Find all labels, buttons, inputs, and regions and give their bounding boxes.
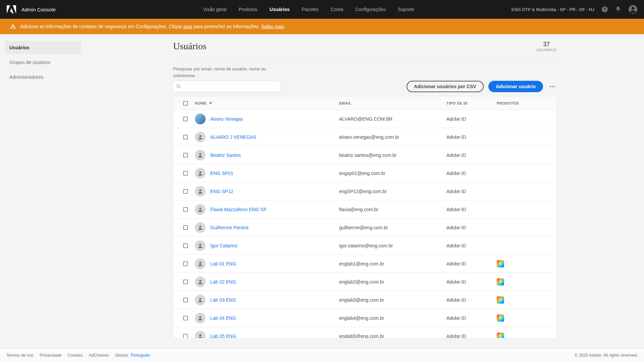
- user-avatar-icon: [195, 331, 206, 338]
- user-name-link[interactable]: ENG SP12: [210, 189, 233, 194]
- user-email: englab4@eng.com.br: [339, 315, 446, 321]
- nav-configura-es[interactable]: Configurações: [355, 7, 385, 12]
- user-avatar-icon: [195, 186, 206, 197]
- footer-link[interactable]: Termos de uso: [6, 353, 34, 358]
- table-row[interactable]: Lab 01 ENGenglab1@eng.com.brAdobe ID⦿: [173, 255, 556, 273]
- footer-links: Termos de usoPrivacidadeCookiesAdChoices: [6, 353, 115, 358]
- user-email: ALVARO@ENG.COM.BR: [339, 116, 446, 122]
- sidebar-item-1[interactable]: Grupos de usuários: [5, 56, 81, 69]
- svg-point-11: [199, 298, 201, 300]
- user-name-link[interactable]: Igor Catarino: [210, 243, 237, 248]
- user-email: englab1@eng.com.br: [339, 261, 446, 266]
- table-body: Alvaro VenegasALVARO@ENG.COM.BRAdobe IDA…: [173, 110, 556, 338]
- app-title: Admin Console: [21, 7, 56, 12]
- table-row[interactable]: Lab 03 ENGenglab3@eng.com.brAdobe ID⦿: [173, 291, 556, 309]
- user-name-link[interactable]: Alvaro Venegas: [210, 116, 243, 122]
- row-checkbox[interactable]: [183, 117, 188, 121]
- nav-pacotes[interactable]: Pacotes: [302, 7, 319, 12]
- add-users-csv-button[interactable]: Adicionar usuários por CSV: [407, 81, 484, 92]
- user-email: englab2@eng.com.br: [339, 279, 446, 285]
- row-checkbox[interactable]: [183, 189, 188, 194]
- svg-point-6: [199, 207, 201, 209]
- nav-suporte[interactable]: Suporte: [398, 7, 414, 12]
- footer-link[interactable]: AdChoices: [89, 353, 109, 358]
- org-switcher[interactable]: ENG DTP & Multimídia - SP - PR - DF - RJ: [512, 7, 594, 12]
- user-name-link[interactable]: Lab 01 ENG: [210, 261, 236, 266]
- footer-link[interactable]: Privacidade: [40, 353, 61, 358]
- row-checkbox[interactable]: [183, 316, 188, 320]
- row-checkbox[interactable]: [183, 135, 188, 139]
- table-row[interactable]: Lab 02 ENGenglab2@eng.com.brAdobe ID⦿: [173, 273, 556, 291]
- table-row[interactable]: Alvaro VenegasALVARO@ENG.COM.BRAdobe ID: [173, 110, 556, 128]
- table-row[interactable]: Beatriz Santosbeatriz.santos@eng.com.brA…: [173, 146, 556, 164]
- sidebar-item-0[interactable]: Usuários: [5, 41, 81, 54]
- svg-point-9: [199, 262, 201, 264]
- user-email: igor.catarino@eng.com.br: [339, 243, 446, 248]
- nav-vis-o-geral[interactable]: Visão geral: [203, 7, 227, 12]
- svg-point-4: [199, 171, 201, 173]
- row-checkbox[interactable]: [183, 261, 188, 266]
- user-idtype: Adobe ID: [446, 225, 497, 230]
- user-name-link[interactable]: Lab 04 ENG: [210, 315, 236, 321]
- user-products: ⦿: [497, 278, 554, 286]
- user-avatar-icon[interactable]: [629, 5, 637, 14]
- user-idtype: Adobe ID: [446, 243, 497, 248]
- creative-cloud-icon: ⦿: [497, 296, 504, 304]
- table-row[interactable]: ENG SP01engsp01@eng.com.brAdobe ID: [173, 164, 556, 182]
- col-idtype[interactable]: TIPO DE ID: [446, 101, 497, 105]
- user-name-link[interactable]: Lab 05 ENG: [210, 334, 236, 338]
- row-checkbox[interactable]: [183, 225, 188, 230]
- nav-conta[interactable]: Conta: [331, 7, 343, 12]
- table-row[interactable]: ALVARO J VENEGASalvaro.venegas@eng.com.b…: [173, 128, 556, 146]
- creative-cloud-icon: ⦿: [497, 278, 504, 286]
- alert-link-learn-more[interactable]: Saiba mais: [261, 24, 284, 29]
- table-row[interactable]: Flavia Mazzaferro ENG SPflavia@eng.com.b…: [173, 200, 556, 219]
- select-all-checkbox[interactable]: [183, 101, 188, 106]
- row-checkbox[interactable]: [183, 280, 188, 284]
- add-user-button[interactable]: Adicionar usuário: [488, 81, 543, 92]
- nav-usu-rios[interactable]: Usuários: [270, 7, 290, 12]
- top-nav: Visão geralProdutosUsuáriosPacotesContaC…: [203, 7, 414, 12]
- row-checkbox[interactable]: [183, 334, 188, 338]
- user-name-link[interactable]: ENG SP01: [210, 171, 233, 176]
- user-avatar-icon: [195, 150, 206, 161]
- row-checkbox[interactable]: [183, 243, 188, 248]
- row-checkbox[interactable]: [183, 207, 188, 212]
- help-icon[interactable]: ?: [602, 6, 608, 12]
- table-row[interactable]: Guilherme Pereiraguilherme@eng.com.brAdo…: [173, 219, 556, 237]
- user-name-link[interactable]: Guilherme Pereira: [210, 225, 249, 230]
- footer-link[interactable]: Cookies: [67, 353, 83, 358]
- row-checkbox[interactable]: [183, 298, 188, 302]
- user-name-link[interactable]: Lab 02 ENG: [210, 279, 236, 285]
- user-avatar-icon: [195, 204, 206, 215]
- col-name[interactable]: NOME: [195, 101, 207, 105]
- search-label: Pesquisar por email, nome de usuário, no…: [173, 66, 267, 79]
- row-checkbox[interactable]: [183, 153, 188, 158]
- user-name-link[interactable]: Flavia Mazzaferro ENG SP: [210, 207, 267, 212]
- more-actions-button[interactable]: [548, 84, 557, 89]
- user-name-link[interactable]: ALVARO J VENEGAS: [210, 134, 256, 140]
- sidebar-item-2[interactable]: Administradores: [5, 70, 81, 84]
- alert-link-here[interactable]: aqui: [183, 24, 192, 29]
- user-idtype: Adobe ID: [446, 116, 497, 122]
- footer: Termos de usoPrivacidadeCookiesAdChoices…: [0, 348, 644, 362]
- table-row[interactable]: Igor Catarinoigor.catarino@eng.com.brAdo…: [173, 237, 556, 255]
- user-idtype: Adobe ID: [446, 334, 497, 338]
- nav-produtos[interactable]: Produtos: [239, 7, 258, 12]
- row-checkbox[interactable]: [183, 171, 188, 176]
- user-name-link[interactable]: Beatriz Santos: [210, 153, 241, 158]
- table-row[interactable]: ENG SP12engSP12@eng.com.brAdobe ID: [173, 182, 556, 200]
- user-idtype: Adobe ID: [446, 261, 497, 266]
- search-input[interactable]: [173, 81, 280, 92]
- topbar: Admin Console Visão geralProdutosUsuário…: [0, 0, 644, 19]
- user-idtype: Adobe ID: [446, 153, 497, 158]
- table-row[interactable]: Lab 04 ENGenglab4@eng.com.brAdobe ID⦿: [173, 309, 556, 327]
- notifications-icon[interactable]: [615, 6, 621, 13]
- col-products[interactable]: PRODUTOS: [497, 101, 554, 105]
- language-switcher[interactable]: Português: [131, 353, 150, 358]
- col-email[interactable]: EMAIL: [339, 101, 446, 105]
- creative-cloud-icon: ⦿: [497, 333, 504, 338]
- user-name-link[interactable]: Lab 03 ENG: [210, 297, 236, 303]
- svg-point-2: [199, 135, 201, 137]
- table-row[interactable]: Lab 05 ENGenglab5@eng.com.brAdobe ID⦿: [173, 327, 556, 338]
